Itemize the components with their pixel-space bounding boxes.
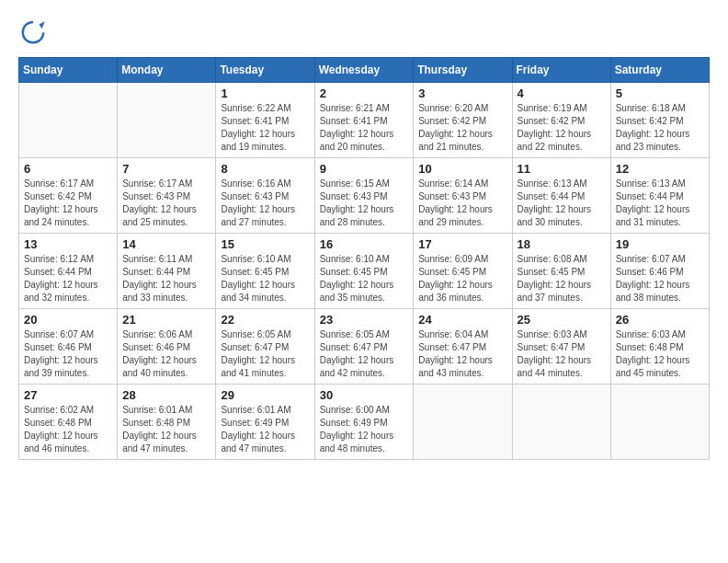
calendar-cell: 9Sunrise: 6:15 AMSunset: 6:43 PMDaylight…	[314, 158, 414, 234]
day-info: Sunrise: 6:08 AMSunset: 6:45 PMDaylight:…	[518, 253, 606, 304]
day-info: Sunrise: 6:10 AMSunset: 6:45 PMDaylight:…	[221, 253, 309, 304]
day-info: Sunrise: 6:06 AMSunset: 6:46 PMDaylight:…	[122, 328, 210, 380]
calendar-cell	[118, 83, 216, 158]
day-number: 29	[221, 388, 309, 402]
day-number: 8	[221, 162, 309, 176]
calendar-cell: 1Sunrise: 6:22 AMSunset: 6:41 PMDaylight…	[216, 83, 314, 158]
day-header-sunday: Sunday	[19, 58, 118, 83]
calendar-cell: 15Sunrise: 6:10 AMSunset: 6:45 PMDayligh…	[216, 234, 314, 309]
calendar-week-5: 27Sunrise: 6:02 AMSunset: 6:48 PMDayligh…	[19, 385, 710, 460]
day-number: 20	[24, 313, 112, 327]
calendar-cell: 25Sunrise: 6:03 AMSunset: 6:47 PMDayligh…	[512, 309, 610, 385]
day-number: 6	[24, 162, 112, 176]
day-number: 12	[616, 162, 704, 176]
day-header-saturday: Saturday	[610, 58, 709, 83]
calendar-header-row: SundayMondayTuesdayWednesdayThursdayFrid…	[19, 58, 710, 83]
calendar-cell	[414, 385, 512, 460]
calendar-cell: 27Sunrise: 6:02 AMSunset: 6:48 PMDayligh…	[19, 385, 118, 460]
day-number: 5	[616, 86, 704, 100]
calendar-cell: 26Sunrise: 6:03 AMSunset: 6:48 PMDayligh…	[610, 309, 709, 385]
day-header-monday: Monday	[118, 58, 216, 83]
calendar-cell: 4Sunrise: 6:19 AMSunset: 6:42 PMDaylight…	[512, 83, 610, 158]
calendar-cell: 10Sunrise: 6:14 AMSunset: 6:43 PMDayligh…	[414, 158, 512, 234]
day-number: 1	[221, 86, 309, 100]
calendar-cell: 17Sunrise: 6:09 AMSunset: 6:45 PMDayligh…	[414, 234, 512, 309]
day-info: Sunrise: 6:05 AMSunset: 6:47 PMDaylight:…	[320, 328, 409, 380]
day-info: Sunrise: 6:04 AMSunset: 6:47 PMDaylight:…	[418, 328, 506, 380]
calendar-cell: 13Sunrise: 6:12 AMSunset: 6:44 PMDayligh…	[19, 234, 118, 309]
day-info: Sunrise: 6:13 AMSunset: 6:44 PMDaylight:…	[616, 178, 704, 229]
day-info: Sunrise: 6:01 AMSunset: 6:49 PMDaylight:…	[221, 404, 309, 455]
calendar-cell: 11Sunrise: 6:13 AMSunset: 6:44 PMDayligh…	[512, 158, 610, 234]
day-info: Sunrise: 6:18 AMSunset: 6:42 PMDaylight:…	[616, 102, 704, 154]
day-number: 25	[518, 313, 606, 327]
calendar-cell: 16Sunrise: 6:10 AMSunset: 6:45 PMDayligh…	[314, 234, 414, 309]
day-info: Sunrise: 6:15 AMSunset: 6:43 PMDaylight:…	[320, 178, 409, 229]
day-info: Sunrise: 6:05 AMSunset: 6:47 PMDaylight:…	[221, 328, 309, 380]
day-info: Sunrise: 6:10 AMSunset: 6:45 PMDaylight:…	[320, 253, 409, 304]
day-number: 10	[418, 162, 506, 176]
day-info: Sunrise: 6:07 AMSunset: 6:46 PMDaylight:…	[616, 253, 704, 304]
day-info: Sunrise: 6:00 AMSunset: 6:49 PMDaylight:…	[320, 404, 409, 455]
day-info: Sunrise: 6:17 AMSunset: 6:42 PMDaylight:…	[24, 178, 112, 229]
day-info: Sunrise: 6:20 AMSunset: 6:42 PMDaylight:…	[418, 102, 506, 154]
day-info: Sunrise: 6:22 AMSunset: 6:41 PMDaylight:…	[221, 102, 309, 154]
calendar-cell: 18Sunrise: 6:08 AMSunset: 6:45 PMDayligh…	[512, 234, 610, 309]
calendar-cell: 19Sunrise: 6:07 AMSunset: 6:46 PMDayligh…	[610, 234, 709, 309]
day-number: 27	[24, 388, 112, 402]
day-number: 13	[24, 237, 112, 251]
calendar-cell: 2Sunrise: 6:21 AMSunset: 6:41 PMDaylight…	[314, 83, 414, 158]
calendar-cell: 24Sunrise: 6:04 AMSunset: 6:47 PMDayligh…	[414, 309, 512, 385]
day-info: Sunrise: 6:12 AMSunset: 6:44 PMDaylight:…	[24, 253, 112, 304]
day-info: Sunrise: 6:03 AMSunset: 6:48 PMDaylight:…	[616, 328, 704, 380]
calendar-cell: 3Sunrise: 6:20 AMSunset: 6:42 PMDaylight…	[414, 83, 512, 158]
day-number: 15	[221, 237, 309, 251]
day-header-friday: Friday	[512, 58, 610, 83]
day-info: Sunrise: 6:17 AMSunset: 6:43 PMDaylight:…	[122, 178, 210, 229]
calendar-cell: 23Sunrise: 6:05 AMSunset: 6:47 PMDayligh…	[314, 309, 414, 385]
calendar-cell	[512, 385, 610, 460]
day-header-thursday: Thursday	[414, 58, 512, 83]
calendar-cell: 22Sunrise: 6:05 AMSunset: 6:47 PMDayligh…	[216, 309, 314, 385]
day-info: Sunrise: 6:03 AMSunset: 6:47 PMDaylight:…	[518, 328, 606, 380]
calendar-cell: 6Sunrise: 6:17 AMSunset: 6:42 PMDaylight…	[19, 158, 118, 234]
day-number: 21	[122, 313, 210, 327]
calendar-cell: 7Sunrise: 6:17 AMSunset: 6:43 PMDaylight…	[118, 158, 216, 234]
calendar-table: SundayMondayTuesdayWednesdayThursdayFrid…	[18, 57, 710, 460]
day-number: 4	[518, 86, 606, 100]
day-info: Sunrise: 6:16 AMSunset: 6:43 PMDaylight:…	[221, 178, 309, 229]
calendar-cell: 20Sunrise: 6:07 AMSunset: 6:46 PMDayligh…	[19, 309, 118, 385]
calendar-cell: 5Sunrise: 6:18 AMSunset: 6:42 PMDaylight…	[610, 83, 709, 158]
calendar-week-2: 6Sunrise: 6:17 AMSunset: 6:42 PMDaylight…	[19, 158, 710, 234]
day-info: Sunrise: 6:02 AMSunset: 6:48 PMDaylight:…	[24, 404, 112, 455]
day-info: Sunrise: 6:19 AMSunset: 6:42 PMDaylight:…	[518, 102, 606, 154]
calendar-week-1: 1Sunrise: 6:22 AMSunset: 6:41 PMDaylight…	[19, 83, 710, 158]
day-info: Sunrise: 6:01 AMSunset: 6:48 PMDaylight:…	[122, 404, 210, 455]
day-number: 26	[616, 313, 704, 327]
day-info: Sunrise: 6:21 AMSunset: 6:41 PMDaylight:…	[320, 102, 409, 154]
calendar-cell: 14Sunrise: 6:11 AMSunset: 6:44 PMDayligh…	[118, 234, 216, 309]
day-number: 19	[616, 237, 704, 251]
day-number: 22	[221, 313, 309, 327]
day-info: Sunrise: 6:11 AMSunset: 6:44 PMDaylight:…	[122, 253, 210, 304]
day-number: 16	[320, 237, 409, 251]
logo-icon	[18, 18, 48, 48]
day-info: Sunrise: 6:09 AMSunset: 6:45 PMDaylight:…	[418, 253, 506, 304]
day-number: 30	[320, 388, 409, 402]
day-number: 24	[418, 313, 506, 327]
day-number: 18	[518, 237, 606, 251]
page-header	[18, 18, 710, 48]
day-number: 2	[320, 86, 409, 100]
calendar-cell: 12Sunrise: 6:13 AMSunset: 6:44 PMDayligh…	[610, 158, 709, 234]
calendar-cell: 29Sunrise: 6:01 AMSunset: 6:49 PMDayligh…	[216, 385, 314, 460]
day-number: 9	[320, 162, 409, 176]
day-number: 14	[122, 237, 210, 251]
day-number: 23	[320, 313, 409, 327]
calendar-cell: 28Sunrise: 6:01 AMSunset: 6:48 PMDayligh…	[118, 385, 216, 460]
calendar-cell: 30Sunrise: 6:00 AMSunset: 6:49 PMDayligh…	[314, 385, 414, 460]
calendar-week-4: 20Sunrise: 6:07 AMSunset: 6:46 PMDayligh…	[19, 309, 710, 385]
day-header-wednesday: Wednesday	[314, 58, 414, 83]
day-number: 11	[518, 162, 606, 176]
day-number: 7	[122, 162, 210, 176]
day-number: 28	[122, 388, 210, 402]
